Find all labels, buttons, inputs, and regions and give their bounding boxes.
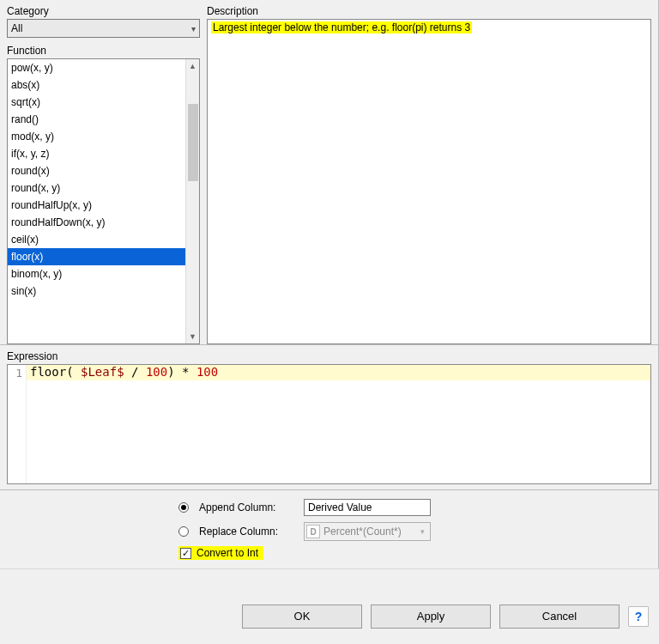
function-label: Function (7, 43, 200, 58)
replace-radio[interactable] (178, 526, 189, 537)
tok-num2: 100 (196, 365, 218, 379)
list-item[interactable]: round(x) (8, 162, 185, 179)
append-column-input[interactable]: Derived Value (304, 499, 431, 516)
description-text: Largest integer below the number; e.g. f… (211, 21, 472, 33)
list-item[interactable]: mod(x, y) (8, 128, 185, 145)
convert-to-int-checkbox[interactable]: ✓ (180, 548, 191, 559)
tok-close: ) (167, 365, 182, 379)
replace-column-value: Percent*(Count*) (323, 526, 402, 538)
ok-button[interactable]: OK (242, 605, 362, 629)
list-item[interactable]: floor(x) (8, 248, 185, 265)
datatype-icon: D (306, 525, 320, 538)
list-item[interactable]: binom(x, y) (8, 265, 185, 283)
list-item[interactable]: abs(x) (8, 76, 185, 94)
tok-num1: 100 (146, 365, 167, 379)
category-select[interactable]: All ▾ (7, 19, 200, 38)
list-item[interactable]: sin(x) (8, 283, 185, 300)
tok-div: / (124, 365, 146, 379)
expression-editor[interactable]: 1 floor( $Leaf$ / 100) * 100 (7, 364, 651, 484)
chevron-down-icon: ▾ (414, 523, 430, 540)
tok-open: ( (66, 365, 81, 379)
help-button[interactable]: ? (628, 606, 649, 627)
tok-mul: * (182, 365, 196, 379)
replace-column-select: D Percent*(Count*) ▾ (304, 522, 431, 541)
list-item[interactable]: round(x, y) (8, 179, 185, 197)
description-box: Largest integer below the number; e.g. f… (207, 19, 651, 344)
category-label: Category (7, 3, 200, 19)
list-item[interactable]: roundHalfUp(x, y) (8, 197, 185, 214)
tok-fn: floor (30, 365, 66, 379)
list-item[interactable]: sqrt(x) (8, 94, 185, 111)
description-label: Description (207, 3, 651, 19)
list-item[interactable]: rand() (8, 111, 185, 128)
expression-line[interactable]: floor( $Leaf$ / 100) * 100 (27, 365, 650, 380)
function-listbox[interactable]: pow(x, y)abs(x)sqrt(x)rand()mod(x, y)if(… (7, 58, 200, 344)
scroll-up-icon[interactable]: ▲ (186, 59, 199, 73)
expression-gutter: 1 (8, 365, 27, 483)
replace-label: Replace Column: (199, 526, 293, 538)
list-item[interactable]: ceil(x) (8, 231, 185, 248)
append-label: Append Column: (199, 501, 293, 513)
convert-to-int-label: Convert to Int (196, 547, 258, 559)
category-select-value: All (11, 22, 22, 34)
cancel-button[interactable]: Cancel (499, 605, 620, 629)
expression-label: Expression (7, 349, 651, 364)
append-radio[interactable] (178, 502, 189, 513)
scroll-thumb[interactable] (188, 104, 198, 181)
tok-var: $Leaf$ (81, 365, 124, 379)
scrollbar[interactable]: ▲ ▼ (185, 59, 199, 343)
apply-button[interactable]: Apply (371, 605, 491, 629)
list-item[interactable]: pow(x, y) (8, 59, 185, 76)
scroll-down-icon[interactable]: ▼ (186, 330, 199, 343)
chevron-down-icon: ▾ (191, 24, 196, 33)
list-item[interactable]: roundHalfDown(x, y) (8, 214, 185, 231)
list-item[interactable]: if(x, y, z) (8, 145, 185, 162)
